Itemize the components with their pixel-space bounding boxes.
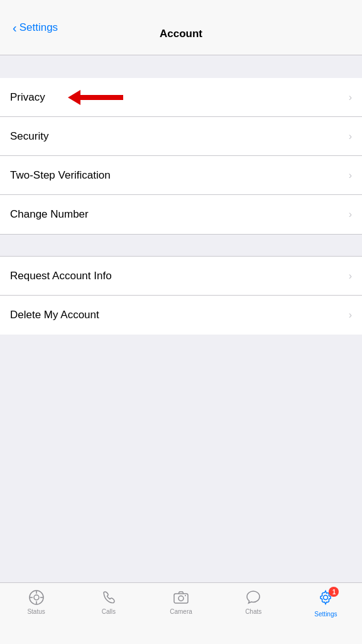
camera-tab-label: Camera bbox=[170, 608, 192, 615]
calls-icon bbox=[101, 589, 117, 606]
request-account-info-label: Request Account Info bbox=[10, 270, 112, 282]
two-step-label: Two-Step Verification bbox=[10, 169, 111, 182]
chevron-right-icon: › bbox=[349, 170, 352, 181]
tab-chats[interactable]: Chats bbox=[217, 589, 290, 615]
chevron-right-icon: › bbox=[349, 270, 352, 282]
status-tab-label: Status bbox=[27, 608, 45, 615]
svg-point-9 bbox=[324, 596, 328, 600]
change-number-label: Change Number bbox=[10, 208, 89, 221]
back-label: Settings bbox=[19, 21, 58, 34]
content-area: Privacy › Security › Two-Step Verificati… bbox=[0, 55, 362, 582]
back-chevron-icon: ‹ bbox=[13, 20, 17, 35]
empty-space bbox=[0, 335, 362, 582]
chevron-right-icon: › bbox=[349, 92, 352, 103]
red-arrow-annotation bbox=[68, 90, 123, 105]
svg-rect-6 bbox=[174, 594, 188, 603]
chevron-right-icon: › bbox=[349, 309, 352, 321]
page-title: Account bbox=[160, 28, 202, 40]
settings-tab-label: Settings bbox=[314, 611, 337, 618]
change-number-row[interactable]: Change Number › bbox=[0, 195, 362, 234]
camera-icon bbox=[173, 589, 189, 606]
svg-point-8 bbox=[185, 595, 186, 596]
chevron-right-icon: › bbox=[349, 131, 352, 142]
settings-badge-container: 1 bbox=[317, 589, 334, 608]
tab-settings[interactable]: 1 Settings bbox=[290, 589, 362, 618]
settings-badge: 1 bbox=[329, 587, 339, 597]
section-1: Privacy › Security › Two-Step Verificati… bbox=[0, 78, 362, 234]
calls-tab-label: Calls bbox=[102, 608, 116, 615]
delete-account-label: Delete My Account bbox=[10, 309, 99, 321]
tab-status[interactable]: Status bbox=[0, 589, 72, 615]
section-gap-top bbox=[0, 55, 362, 78]
navigation-bar: ‹ Settings Account bbox=[0, 0, 362, 55]
tab-calls[interactable]: Calls bbox=[72, 589, 145, 615]
privacy-label: Privacy bbox=[10, 91, 45, 104]
security-row[interactable]: Security › bbox=[0, 117, 362, 156]
chevron-right-icon: › bbox=[349, 209, 352, 220]
security-label: Security bbox=[10, 130, 48, 143]
section-gap-middle bbox=[0, 234, 362, 257]
two-step-verification-row[interactable]: Two-Step Verification › bbox=[0, 156, 362, 195]
chats-icon bbox=[245, 589, 261, 606]
status-icon bbox=[28, 589, 45, 606]
svg-point-1 bbox=[34, 595, 39, 600]
svg-point-7 bbox=[178, 596, 184, 601]
section-2: Request Account Info › Delete My Account… bbox=[0, 257, 362, 335]
tab-camera[interactable]: Camera bbox=[145, 589, 217, 615]
chats-tab-label: Chats bbox=[245, 608, 261, 615]
delete-account-row[interactable]: Delete My Account › bbox=[0, 296, 362, 335]
privacy-row[interactable]: Privacy › bbox=[0, 78, 362, 117]
tab-bar: Status Calls Camera Chats 1 bbox=[0, 582, 362, 644]
back-button[interactable]: ‹ Settings bbox=[6, 15, 64, 40]
request-account-info-row[interactable]: Request Account Info › bbox=[0, 257, 362, 296]
